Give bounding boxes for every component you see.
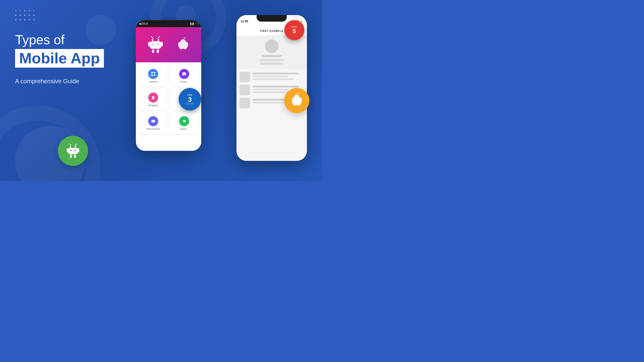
grid-icon [151, 72, 155, 76]
svg-rect-5 [70, 155, 72, 158]
svg-rect-29 [182, 73, 186, 73]
entertainment-icon-circle [148, 116, 158, 126]
film-icon [151, 119, 155, 123]
grocery-label: Groce... [172, 128, 196, 130]
list-thumbnail [239, 72, 250, 82]
svg-rect-6 [74, 155, 76, 158]
svg-point-19 [157, 43, 158, 45]
general-label: General [141, 80, 165, 83]
category-transport[interactable]: Transp... [170, 65, 198, 86]
back-arrow-icon: ◀ [139, 22, 141, 25]
android-circle-badge [58, 136, 88, 166]
phone-notch [257, 15, 287, 22]
shopping-icon-circle [148, 93, 158, 103]
back-button[interactable]: ◀ BACK [139, 22, 148, 25]
phone-back-banner [136, 27, 201, 62]
svg-rect-14 [148, 42, 150, 47]
list-thumbnail [239, 98, 250, 108]
back-label: BACK [141, 22, 148, 25]
title-line2: Mobile App [19, 50, 100, 67]
category-entertainment[interactable]: Enterainment [139, 113, 167, 134]
list-thumbnail [239, 85, 250, 95]
apple-circle-icon [291, 93, 303, 108]
wifi-icon: ⌐ [195, 23, 196, 25]
svg-point-1 [75, 146, 76, 148]
profile-avatar [265, 39, 278, 53]
transport-label: Transp... [172, 80, 196, 83]
apple-circle-badge [284, 88, 309, 113]
svg-rect-17 [156, 50, 159, 53]
html-badge-number: 5 [293, 28, 296, 34]
entertainment-label: Enterainment [141, 128, 165, 130]
android-icon [65, 143, 80, 158]
dots-decoration [15, 10, 36, 22]
svg-rect-27 [183, 75, 183, 76]
svg-point-0 [70, 146, 71, 148]
svg-rect-26 [182, 72, 186, 75]
profile-detail-line2 [260, 63, 283, 65]
list-line-a [253, 86, 299, 87]
grocery-icon-circle [179, 116, 189, 126]
svg-point-8 [74, 150, 76, 151]
bag-icon [151, 95, 155, 100]
svg-line-9 [69, 144, 71, 145]
profile-detail-line1 [259, 59, 284, 61]
list-line-c [253, 78, 294, 80]
list-item [239, 72, 304, 82]
phone-time: 11:05 [240, 20, 248, 23]
list-line-a [253, 73, 299, 74]
svg-rect-16 [152, 50, 154, 53]
svg-point-36 [183, 122, 184, 123]
list-line-b [253, 89, 289, 90]
svg-point-11 [151, 39, 153, 41]
list-text-lines [253, 72, 304, 80]
left-content: Types of Mobile App A comprehensive Guid… [15, 33, 121, 85]
css-shield-decoration [186, 103, 194, 105]
signal-icon: ▌▌▌ [190, 23, 194, 25]
category-grocery[interactable]: Groce... [170, 113, 198, 134]
svg-rect-13 [149, 41, 161, 49]
status-icons: ▌▌▌ ⌐ ▭ [190, 23, 199, 25]
cart-icon [182, 119, 186, 123]
css-badge-number: 3 [188, 96, 192, 103]
category-shopping[interactable]: Shopping [139, 89, 167, 110]
svg-rect-28 [185, 75, 186, 76]
transport-icon-circle [179, 69, 189, 79]
title-line1: Types of [15, 33, 121, 47]
svg-point-18 [152, 43, 154, 45]
svg-line-10 [75, 144, 76, 145]
phones-container: ◀ BACK ▌▌▌ ⌐ ▭ [136, 15, 307, 171]
svg-line-20 [151, 36, 153, 38]
profile-name-line [262, 55, 282, 57]
category-general[interactable]: General [139, 65, 167, 86]
svg-rect-38 [186, 103, 194, 105]
svg-point-7 [70, 150, 72, 151]
html5-badge: HTML 5 [284, 20, 304, 40]
subtitle: A comprehensive Guide [15, 78, 121, 85]
svg-rect-25 [154, 74, 155, 76]
svg-rect-4 [77, 148, 79, 152]
svg-rect-23 [154, 72, 155, 73]
shopping-label: Shopping [141, 104, 165, 107]
svg-rect-15 [160, 42, 163, 47]
svg-point-37 [185, 122, 186, 123]
svg-rect-2 [68, 148, 78, 154]
svg-point-12 [157, 39, 159, 41]
phone-back: ◀ BACK ▌▌▌ ⌐ ▭ [136, 20, 201, 151]
svg-rect-22 [151, 72, 153, 73]
phone-back-statusbar: ◀ BACK ▌▌▌ ⌐ ▭ [136, 20, 201, 27]
android-banner-icon [147, 36, 164, 54]
title-highlight-box: Mobile App [15, 49, 104, 68]
apple-banner-icon [176, 37, 191, 52]
svg-rect-3 [67, 148, 69, 152]
svg-line-21 [158, 36, 159, 38]
battery-icon: ▭ [197, 23, 199, 25]
svg-rect-24 [151, 74, 153, 76]
general-icon-circle [148, 69, 158, 79]
list-line-b [253, 76, 289, 77]
bus-icon [182, 72, 186, 76]
phone-front-profile [236, 35, 307, 69]
list-line-b [253, 102, 289, 103]
css-badge: CSS 3 [179, 88, 201, 111]
